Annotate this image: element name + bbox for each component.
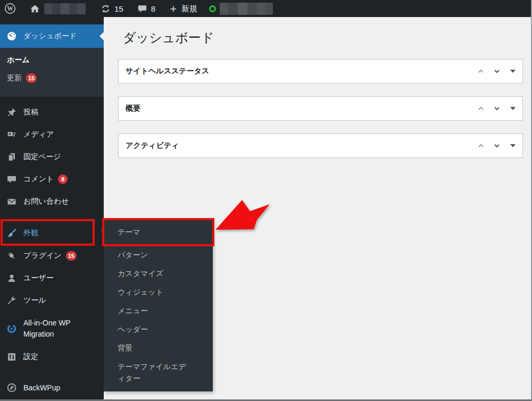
sidebar-item-comments[interactable]: コメント 8	[0, 168, 104, 190]
migration-swirl-icon	[6, 323, 17, 334]
sidebar-item-label: 投稿	[23, 107, 38, 117]
media-icon	[6, 129, 17, 140]
sidebar-item-label: メディア	[23, 130, 54, 139]
settings-sliders-icon	[6, 352, 17, 362]
flyout-item-label: ヘッダー	[118, 325, 148, 335]
sidebar-item-contact[interactable]: お問い合わせ	[0, 190, 104, 213]
sidebar-item-label: 設定	[23, 352, 38, 362]
sidebar-item-label: お問い合わせ	[23, 197, 69, 206]
move-down-icon[interactable]	[493, 67, 501, 76]
sidebar-item-label: All-in-One WP Migration	[23, 318, 87, 340]
home-icon[interactable]	[30, 4, 40, 14]
toggle-panel-icon[interactable]	[510, 107, 516, 110]
envelope-icon	[6, 196, 17, 207]
sidebar-item-label: 固定ページ	[23, 152, 61, 162]
sidebar-item-all-in-one-wp-migration[interactable]: All-in-One WP Migration	[0, 312, 104, 346]
sidebar-item-label: BackWPup	[23, 383, 60, 392]
updates-badge: 15	[26, 73, 37, 83]
pages-icon	[6, 152, 17, 162]
submenu-item-updates[interactable]: 更新 15	[0, 69, 104, 87]
sidebar-item-label: 外観	[23, 228, 38, 238]
menu-separator	[0, 213, 104, 221]
sidebar-item-plugins[interactable]: プラグイン 15	[0, 245, 104, 267]
admin-bar: W 15 8 ＋ 新規	[0, 0, 531, 17]
sidebar-item-appearance[interactable]: 外観	[0, 221, 104, 245]
flyout-item-background[interactable]: 背景	[104, 339, 213, 357]
sidebar-item-label: ユーザー	[23, 273, 54, 283]
active-item-notch	[99, 32, 104, 40]
page-title: ダッシュボード	[123, 29, 523, 46]
menu-spacer	[0, 97, 104, 101]
comments-badge: 8	[58, 174, 68, 184]
flyout-item-label: カスタマイズ	[118, 269, 163, 279]
wrench-icon	[6, 295, 17, 306]
flyout-item-themes[interactable]: テーマ	[104, 219, 213, 246]
submenu-item-label: ホーム	[7, 55, 30, 65]
flyout-item-label: パターン	[118, 250, 148, 260]
move-down-icon[interactable]	[493, 141, 501, 150]
flyout-item-label: メニュー	[118, 306, 148, 316]
sidebar-item-label: プラグイン	[23, 251, 62, 261]
move-up-icon[interactable]	[477, 67, 485, 76]
sidebar-item-media[interactable]: メディア	[0, 123, 104, 146]
sidebar-item-settings[interactable]: 設定	[0, 346, 104, 368]
toggle-panel-icon[interactable]	[510, 144, 516, 147]
submenu-item-label: 更新	[7, 73, 22, 83]
panel-controls	[469, 104, 516, 113]
move-up-icon[interactable]	[477, 104, 485, 113]
flyout-item-patterns[interactable]: パターン	[104, 246, 213, 264]
toggle-panel-icon[interactable]	[510, 70, 516, 73]
flyout-item-widgets[interactable]: ウィジェット	[104, 283, 213, 302]
username-redacted[interactable]	[220, 3, 273, 15]
flyout-item-menus[interactable]: メニュー	[104, 302, 213, 320]
wordpress-logo-icon[interactable]: W	[4, 3, 16, 14]
panel-title: アクティビティ	[126, 141, 469, 151]
sidebar-item-label: ダッシュボード	[23, 31, 77, 41]
sidebar-item-pages[interactable]: 固定ページ	[0, 146, 104, 168]
flyout-pointer	[100, 227, 104, 235]
panel-controls	[469, 67, 516, 76]
move-down-icon[interactable]	[493, 104, 501, 113]
new-button[interactable]: 新規	[181, 4, 197, 14]
plus-icon[interactable]: ＋	[168, 2, 178, 15]
flyout-item-theme-file-editor[interactable]: テーマファイルエディター	[104, 357, 213, 384]
updates-count[interactable]: 15	[114, 4, 123, 13]
panel-title: サイトヘルスステータス	[126, 66, 469, 76]
panel-title: 概要	[126, 104, 469, 113]
menu-separator	[0, 368, 104, 377]
sidebar-item-tools[interactable]: ツール	[0, 289, 104, 312]
flyout-item-label: ウィジェット	[118, 288, 163, 297]
pushpin-icon	[6, 107, 17, 118]
submenu-item-home[interactable]: ホーム	[0, 51, 104, 69]
sidebar-item-label: コメント	[23, 174, 54, 184]
flyout-item-header[interactable]: ヘッダー	[104, 320, 213, 339]
admin-sidebar: ダッシュボード ホーム 更新 15 投稿	[0, 17, 104, 399]
flyout-item-label: 背景	[118, 344, 132, 353]
dashboard-submenu: ホーム 更新 15	[0, 48, 104, 97]
move-up-icon[interactable]	[477, 141, 485, 150]
flyout-item-label: テーマファイルエディター	[118, 362, 186, 382]
appearance-flyout-menu: テーマ パターン カスタマイズ ウィジェット メニュー ヘッダー 背景 テーマフ…	[104, 219, 213, 391]
paintbrush-icon	[6, 228, 17, 238]
dashboard-gauge-icon	[6, 31, 17, 41]
sidebar-item-backwpup[interactable]: BackWPup	[0, 377, 104, 399]
site-name-redacted[interactable]	[44, 3, 86, 14]
flyout-item-customize[interactable]: カスタマイズ	[104, 264, 213, 283]
user-icon	[6, 273, 17, 283]
wordpress-admin-screen: W 15 8 ＋ 新規	[0, 0, 532, 401]
panel-controls	[469, 141, 516, 150]
panel-site-health: サイトヘルスステータス	[118, 59, 523, 83]
sidebar-item-posts[interactable]: 投稿	[0, 101, 104, 123]
comments-icon[interactable]	[137, 4, 147, 14]
backwpup-icon	[6, 382, 17, 393]
comment-bubble-icon	[6, 174, 17, 185]
sidebar-item-dashboard[interactable]: ダッシュボード	[0, 24, 104, 48]
panel-at-a-glance: 概要	[118, 96, 523, 121]
svg-text:W: W	[7, 5, 13, 12]
plug-icon	[6, 250, 17, 261]
updates-icon[interactable]	[101, 4, 111, 14]
panel-activity: アクティビティ	[118, 133, 523, 158]
sidebar-item-users[interactable]: ユーザー	[0, 267, 104, 289]
comments-count[interactable]: 8	[151, 4, 155, 13]
flyout-item-label: テーマ	[118, 228, 140, 237]
